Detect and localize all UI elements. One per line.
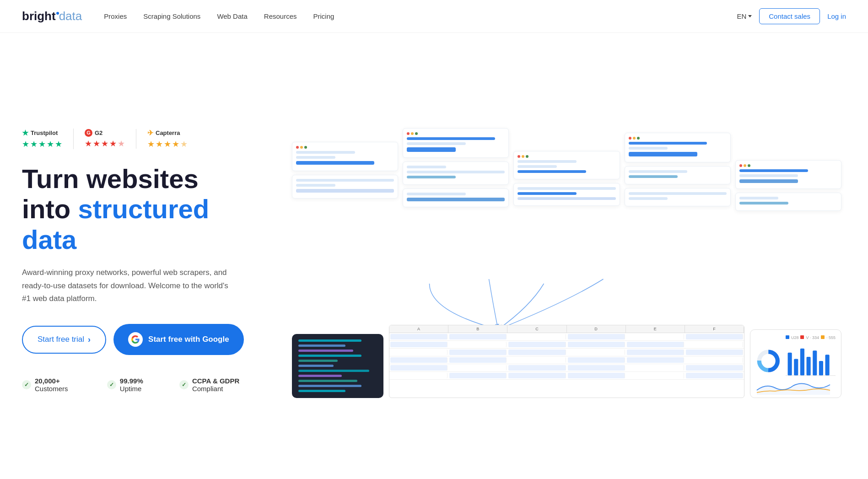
sheet-row-3 xyxy=(389,349,744,356)
col-c: C xyxy=(507,325,566,333)
stat-compliance-bold: CCPA & GDPR xyxy=(192,377,239,385)
nav-link-proxies[interactable]: Proxies xyxy=(104,12,127,20)
legend-u28: U28 xyxy=(791,335,799,340)
google-icon xyxy=(128,332,143,347)
stat-customers-label: Customers xyxy=(35,385,68,393)
g2-stars: ★ ★ ★ ★ ★ xyxy=(85,139,125,149)
chart-card: U28 V · 334 · 555 xyxy=(750,329,841,398)
login-button[interactable]: Log in xyxy=(827,12,846,20)
cell-1-5 xyxy=(627,334,684,339)
sheet-row-5 xyxy=(389,364,744,372)
terminal-line-11 xyxy=(298,390,345,392)
legend-v334: V · 334 xyxy=(806,335,819,340)
chart-legend: U28 V · 334 · 555 xyxy=(756,335,836,340)
mini-card-2-1 xyxy=(403,128,509,158)
language-label: EN xyxy=(737,12,746,20)
cell-6-1 xyxy=(390,373,447,378)
col-e: E xyxy=(626,325,685,333)
terminal-card xyxy=(292,334,383,398)
trustpilot-icon: ★ xyxy=(22,129,28,137)
navbar: bright data Proxies Scraping Solutions W… xyxy=(0,0,868,33)
logo-data-text: data xyxy=(59,9,82,23)
cell-3-1 xyxy=(390,350,447,355)
terminal-line-4 xyxy=(298,355,361,357)
bar-chart xyxy=(786,343,836,379)
g2-label: G G2 xyxy=(85,129,102,137)
terminal-line-5 xyxy=(298,360,338,362)
contact-sales-button[interactable]: Contact sales xyxy=(759,8,820,24)
svg-rect-12 xyxy=(813,350,817,376)
cell-1-6 xyxy=(686,334,743,339)
hero-left: ★ Trustpilot ★ ★ ★ ★ ★ G G2 ★ ★ xyxy=(22,129,269,393)
capterra-text: Capterra xyxy=(156,129,180,136)
nav-link-resources[interactable]: Resources xyxy=(264,12,297,20)
cell-6-2 xyxy=(449,373,507,378)
card-col-3 xyxy=(513,151,620,206)
mini-card-4-2 xyxy=(625,166,731,184)
output-cards: A B C D E F xyxy=(287,325,846,398)
sheet-row-2 xyxy=(389,341,744,349)
cell-1-3 xyxy=(508,334,566,339)
col-a: A xyxy=(389,325,448,333)
cell-2-5 xyxy=(627,342,684,347)
star-3: ★ xyxy=(38,139,46,149)
trustpilot-text: Trustpilot xyxy=(31,129,58,136)
mini-card-5-2 xyxy=(735,193,841,211)
mini-card-2-3 xyxy=(403,188,509,207)
cell-6-5 xyxy=(627,373,684,378)
language-selector[interactable]: EN xyxy=(737,12,752,20)
arrow-right-icon: › xyxy=(88,335,91,344)
start-free-trial-button[interactable]: Start free trial › xyxy=(22,326,106,354)
cell-3-3 xyxy=(508,350,566,355)
start-google-button[interactable]: Start free with Google xyxy=(113,324,244,355)
g2-icon: G xyxy=(85,129,92,137)
col-b: B xyxy=(448,325,507,333)
cell-3-6 xyxy=(686,350,743,355)
g2-star-3: ★ xyxy=(101,139,108,149)
mini-card-1-1 xyxy=(292,142,398,171)
terminal-line-7 xyxy=(298,370,369,372)
svg-rect-9 xyxy=(794,359,798,375)
capterra-stars: ★ ★ ★ ★ ★ xyxy=(147,139,188,149)
cell-4-2 xyxy=(449,357,507,363)
svg-rect-8 xyxy=(787,352,792,375)
cell-4-5 xyxy=(627,357,684,363)
stat-compliance: CCPA & GDPR Compliant xyxy=(179,377,269,393)
sheet-row-6 xyxy=(389,372,744,380)
mini-card-1-2 xyxy=(292,175,398,199)
cell-3-4 xyxy=(568,350,625,355)
sheet-row-4 xyxy=(389,356,744,364)
terminal-line-1 xyxy=(298,339,361,342)
legend-555: · 555 xyxy=(826,335,836,340)
hero-visualization: A B C D E F xyxy=(287,124,846,398)
start-trial-label: Start free trial xyxy=(38,335,84,344)
nav-link-scraping[interactable]: Scraping Solutions xyxy=(143,12,200,20)
cell-5-6 xyxy=(686,365,743,371)
cta-buttons: Start free trial › Start free with Googl… xyxy=(22,324,269,355)
nav-link-pricing[interactable]: Pricing xyxy=(313,12,334,20)
cell-4-6 xyxy=(686,357,743,363)
legend-orange xyxy=(821,335,825,339)
mini-card-4-1 xyxy=(625,133,731,162)
stat-uptime-bold: 99.99% xyxy=(120,377,143,385)
trustpilot-rating: ★ Trustpilot ★ ★ ★ ★ ★ xyxy=(22,129,74,149)
cell-3-5 xyxy=(627,350,684,355)
cell-5-2 xyxy=(449,365,507,371)
cell-3-2 xyxy=(449,350,507,355)
hero-heading: Turn websites into structured data xyxy=(22,164,269,255)
card-col-2 xyxy=(403,128,509,207)
trustpilot-label: ★ Trustpilot xyxy=(22,129,58,137)
card-col-5 xyxy=(735,160,841,211)
donut-chart xyxy=(756,347,781,375)
cap-star-4: ★ xyxy=(172,139,179,149)
stat-customers: 20,000+ Customers xyxy=(22,377,92,393)
logo[interactable]: bright data xyxy=(22,9,82,23)
mini-card-3-1 xyxy=(513,151,620,179)
g2-star-5: ★ xyxy=(118,139,125,149)
cell-4-4 xyxy=(568,357,625,363)
terminal-line-6 xyxy=(298,365,334,367)
cell-4-1 xyxy=(390,357,447,363)
g2-star-4: ★ xyxy=(109,139,117,149)
cell-5-4 xyxy=(568,365,625,371)
nav-link-webdata[interactable]: Web Data xyxy=(217,12,247,20)
